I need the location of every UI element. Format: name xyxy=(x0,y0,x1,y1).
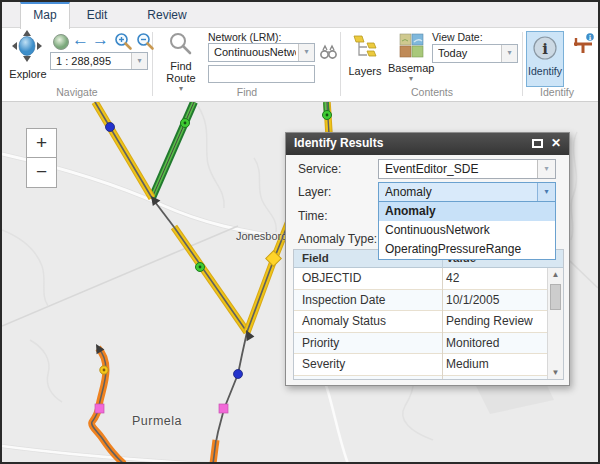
layers-icon xyxy=(351,33,379,61)
town-label-purmela: Purmela xyxy=(132,414,182,428)
scroll-down-icon[interactable]: ▼ xyxy=(548,368,563,377)
map-zoom-out-button[interactable]: − xyxy=(26,158,57,188)
layers-label: Layers xyxy=(346,65,384,77)
table-row[interactable]: Anomaly Status Pending Review xyxy=(294,311,547,333)
binoculars-icon[interactable] xyxy=(320,44,337,60)
explore-compass-icon xyxy=(8,30,48,66)
service-value: EventEditor_SDE xyxy=(385,160,535,178)
view-date-value: Today xyxy=(438,45,499,62)
cell-field: Severity xyxy=(302,357,345,371)
cell-value: Pending Review xyxy=(446,314,533,328)
table-row[interactable]: OBJECTID 42 xyxy=(294,268,547,290)
table-body: OBJECTID 42 Inspection Date 10/1/2005 An… xyxy=(294,268,547,380)
globe-icon[interactable] xyxy=(52,33,70,51)
identify-route-tool-icon[interactable]: i xyxy=(572,33,598,55)
group-separator xyxy=(340,32,341,96)
chevron-down-icon[interactable]: ▾ xyxy=(298,44,314,61)
column-header-field: Field xyxy=(302,252,329,264)
basemap-label: Basemap xyxy=(388,62,434,74)
dropdown-option-continuousnetwork[interactable]: ContinuousNetwork xyxy=(379,221,555,240)
navigate-group-label: Navigate xyxy=(22,86,132,98)
cell-field: Anomaly Status xyxy=(302,314,386,328)
service-label: Service: xyxy=(298,162,341,176)
identify-info-icon: i xyxy=(532,35,558,61)
tab-review[interactable]: Review xyxy=(137,2,197,28)
cell-field: Priority xyxy=(302,336,339,350)
ribbon-tab-bar: Map Edit Review xyxy=(2,2,598,28)
app-window: Map Edit Review Explore xyxy=(0,0,600,464)
network-lrm-combobox[interactable]: ContinuousNetwork ▾ xyxy=(208,43,315,62)
chevron-down-icon[interactable]: ▾ xyxy=(537,160,555,178)
map-scale-combobox[interactable]: 1 : 288,895 ▾ xyxy=(50,52,148,70)
explore-button[interactable]: Explore xyxy=(8,30,48,80)
identify-group-label: Identify xyxy=(517,86,597,98)
table-row[interactable]: Severity Medium xyxy=(294,354,547,376)
table-row[interactable]: Date Closed <null> xyxy=(294,376,547,381)
layer-combobox[interactable]: Anomaly ▾ xyxy=(378,182,556,202)
anomaly-type-label: Anomaly Type: xyxy=(298,232,377,246)
zoom-out-icon[interactable] xyxy=(136,32,155,51)
network-lrm-value: ContinuousNetwork xyxy=(214,44,296,61)
chevron-down-icon[interactable]: ▾ xyxy=(131,53,147,69)
maximize-icon[interactable] xyxy=(532,139,543,148)
forward-arrow-icon[interactable]: → xyxy=(92,30,109,50)
identify-results-dialog: Identify Results ✕ Service: EventEditor_… xyxy=(285,132,570,386)
chevron-down-icon[interactable]: ▾ xyxy=(537,183,555,201)
view-date-combobox[interactable]: Today ▾ xyxy=(432,44,518,63)
dropdown-option-anomaly[interactable]: Anomaly xyxy=(379,202,555,221)
chevron-down-icon[interactable]: ▾ xyxy=(501,45,517,62)
column-divider xyxy=(442,268,443,380)
table-row[interactable]: Priority Monitored xyxy=(294,333,547,355)
cell-value: Medium xyxy=(446,357,489,371)
cell-value: 10/1/2005 xyxy=(446,293,499,307)
tab-map[interactable]: Map xyxy=(20,2,70,29)
ribbon: Explore ← → 1 : 288,895 ▾ xyxy=(2,28,598,102)
layer-dropdown-list: Anomaly ContinuousNetwork OperatingPress… xyxy=(378,201,556,260)
explore-label: Explore xyxy=(4,68,52,80)
service-combobox[interactable]: EventEditor_SDE ▾ xyxy=(378,159,556,179)
dropdown-option-operatingpressurerange[interactable]: OperatingPressureRange xyxy=(379,240,555,259)
table-row[interactable]: Inspection Date 10/1/2005 xyxy=(294,290,547,312)
identify-button-label: Identify xyxy=(527,65,563,77)
scroll-up-icon[interactable]: ▲ xyxy=(548,270,563,279)
cell-field: Date Closed xyxy=(302,379,368,381)
contents-group-label: Contents xyxy=(377,86,487,98)
map-viewport[interactable]: Jonesboro Purmela + − Identify Results ✕… xyxy=(2,102,598,464)
layer-value: Anomaly xyxy=(385,183,535,201)
find-route-magnifier-icon xyxy=(169,32,193,56)
cell-field: OBJECTID xyxy=(302,271,361,285)
network-lrm-label: Network (LRM): xyxy=(208,31,282,43)
time-label: Time: xyxy=(298,209,328,223)
map-zoom-control: + − xyxy=(26,128,57,188)
find-group-label: Find xyxy=(192,86,302,98)
cell-value: Monitored xyxy=(446,336,499,350)
basemap-icon xyxy=(399,33,424,58)
back-arrow-icon[interactable]: ← xyxy=(72,30,89,50)
view-date-label: View Date: xyxy=(432,31,483,43)
dialog-title: Identify Results xyxy=(294,136,383,150)
find-route-label: Find Route xyxy=(160,60,202,84)
close-icon[interactable]: ✕ xyxy=(551,136,561,150)
table-scrollbar[interactable]: ▲ ▼ xyxy=(547,268,563,379)
chevron-down-icon: ▾ xyxy=(388,74,434,83)
svg-text:i: i xyxy=(542,40,548,58)
cell-value: <null> xyxy=(446,379,479,381)
scrollbar-thumb[interactable] xyxy=(550,284,561,310)
town-label-jonesboro: Jonesboro xyxy=(236,230,287,242)
layer-label: Layer: xyxy=(298,185,331,199)
cell-value: 42 xyxy=(446,271,459,285)
route-search-input[interactable] xyxy=(208,65,315,83)
attributes-table: Field Value OBJECTID 42 Inspection Date … xyxy=(293,249,564,380)
map-scale-value: 1 : 288,895 xyxy=(56,53,129,70)
zoom-in-icon[interactable] xyxy=(114,32,133,51)
map-zoom-in-button[interactable]: + xyxy=(26,128,57,158)
identify-button[interactable]: i Identify xyxy=(526,31,564,87)
cell-field: Inspection Date xyxy=(302,293,385,307)
dialog-title-bar[interactable]: Identify Results ✕ xyxy=(286,133,569,155)
tab-edit[interactable]: Edit xyxy=(72,2,122,28)
